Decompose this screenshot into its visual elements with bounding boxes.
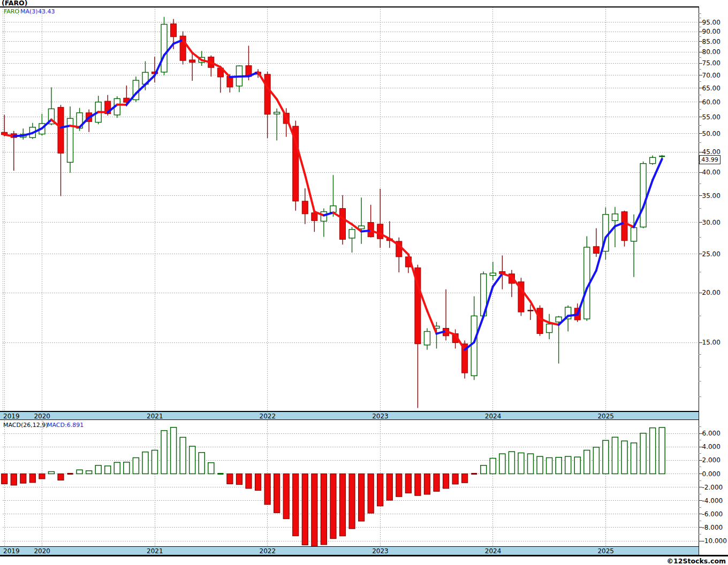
price-tick-label: 45.00: [702, 148, 721, 156]
year-label: 2021: [147, 413, 163, 420]
year-label: 2019: [3, 413, 20, 420]
macd-bar: [312, 474, 317, 547]
candle: [359, 197, 365, 244]
macd-bar: [556, 457, 562, 474]
macd-bar: [424, 474, 430, 494]
macd-bar: [443, 474, 449, 488]
candle: [302, 188, 308, 224]
macd-bar: [20, 474, 26, 484]
macd-bar: [452, 474, 458, 484]
macd-bar: [481, 465, 487, 474]
macd-bar: [574, 457, 580, 474]
macd-bar: [650, 428, 656, 474]
ma3-segment: [361, 231, 371, 232]
macd-legend-label: MACD(26,12,9): [3, 422, 48, 429]
candle: [593, 228, 599, 257]
macd-bar: [584, 450, 590, 474]
macd-bar: [264, 474, 270, 505]
macd-bar: [547, 458, 552, 474]
price-tick-label: 35.00: [702, 192, 721, 200]
macd-bar: [330, 474, 336, 539]
price-tick-label: 75.00: [702, 59, 721, 67]
price-tick-label: 55.00: [702, 113, 721, 121]
price-tick-label: 70.00: [702, 72, 721, 79]
macd-tick-label: 4.000: [702, 443, 721, 451]
macd-bar: [283, 474, 289, 519]
macd-bar: [39, 474, 45, 479]
macd-bar: [180, 437, 186, 474]
price-tick-label: 25.00: [702, 250, 721, 258]
macd-bar: [509, 452, 514, 474]
macd-bar: [631, 443, 637, 474]
candle: [386, 221, 392, 248]
macd-bar: [612, 437, 618, 474]
macd-bar: [565, 456, 571, 474]
candle: [640, 162, 646, 228]
macd-bar: [499, 454, 505, 474]
legend-symbol: FARO: [4, 8, 19, 15]
price-tick-label: 15.00: [702, 339, 721, 346]
macd-bar: [95, 465, 101, 474]
legend-ma-value: 43.43: [38, 8, 55, 15]
macd-bar: [593, 447, 599, 474]
price-tick-label: 90.00: [702, 28, 721, 35]
candle: [490, 262, 496, 280]
macd-bar: [11, 474, 17, 485]
watermark: ©12Stocks.com: [667, 557, 726, 565]
macd-bar: [124, 462, 130, 474]
macd-tick-label: -8.000: [702, 524, 723, 531]
macd-bar: [396, 474, 402, 497]
price-tick-label: 85.00: [702, 38, 721, 45]
macd-tick-label: -10.000: [702, 537, 727, 545]
macd-bar: [462, 474, 468, 483]
macd-bar: [621, 441, 627, 474]
price-tick-label: 50.00: [702, 130, 721, 138]
ma3-segment: [98, 112, 108, 112]
macd-bar: [537, 456, 543, 474]
macd-bar: [321, 474, 327, 545]
macd-bar: [659, 427, 665, 474]
macd-bar: [386, 474, 392, 500]
ma3-segment: [596, 238, 606, 271]
price-tick-label: 40.00: [702, 169, 721, 176]
candle: [58, 105, 64, 196]
macd-bar: [528, 454, 534, 474]
candle: [368, 205, 374, 238]
candle: [621, 211, 627, 247]
macd-bar: [640, 433, 646, 474]
macd-bar: [217, 473, 223, 475]
candle: [659, 155, 665, 158]
candle: [274, 109, 280, 141]
macd-legend-value: MACD:6.891: [47, 422, 84, 429]
macd-bar: [246, 474, 252, 488]
candle: [321, 209, 327, 237]
macd-tick-label: 6.000: [702, 430, 721, 437]
macd-bar: [293, 474, 299, 536]
candle: [189, 52, 195, 81]
candle: [236, 65, 242, 92]
candle: [95, 96, 101, 124]
macd-bar: [199, 453, 204, 474]
faro-chart-canvas[interactable]: 95.0090.0085.0080.0075.0070.0065.0060.00…: [0, 0, 728, 565]
year-label: 2020: [34, 547, 50, 555]
candle: [67, 106, 73, 173]
price-tick-label: 95.00: [702, 19, 721, 26]
macd-tick-label: -4.000: [702, 497, 723, 505]
macd-tick-label: -6.000: [702, 510, 723, 518]
year-label: 2019: [3, 547, 20, 555]
year-label: 2021: [147, 547, 163, 555]
candle: [547, 314, 552, 339]
macd-bar: [302, 474, 308, 545]
price-tick-label: 65.00: [702, 85, 721, 92]
year-label: 2024: [485, 547, 502, 555]
ma3-segment: [4, 135, 14, 136]
macd-bar: [518, 453, 524, 474]
macd-bar: [405, 474, 411, 493]
macd-bar: [105, 466, 111, 474]
macd-bar: [359, 474, 365, 521]
ma3-segment: [230, 77, 239, 77]
macd-bar: [471, 473, 477, 475]
macd-bar: [415, 474, 421, 496]
macd-bar: [58, 474, 64, 480]
macd-bar: [161, 431, 167, 474]
